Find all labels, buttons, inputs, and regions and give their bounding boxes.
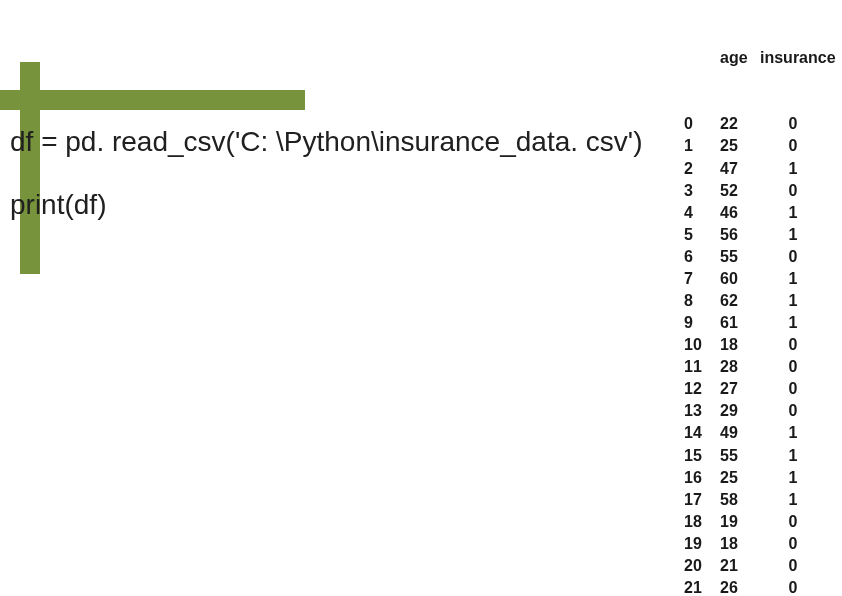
table-row: 7601 [684, 268, 830, 290]
cell-index: 2 [684, 158, 720, 180]
cell-insurance: 0 [758, 356, 828, 378]
cell-insurance: 0 [758, 511, 828, 533]
table-row: 19180 [684, 533, 830, 555]
table-row: 11280 [684, 356, 830, 378]
cell-age: 52 [720, 180, 758, 202]
table-row: 17581 [684, 489, 830, 511]
cell-index: 5 [684, 224, 720, 246]
cell-insurance: 0 [758, 555, 828, 577]
cell-insurance: 1 [758, 489, 828, 511]
cell-age: 56 [720, 224, 758, 246]
code-line-1: df = pd. read_csv('C: \Python\insurance_… [10, 120, 642, 165]
table-row: 5561 [684, 224, 830, 246]
cell-index: 21 [684, 577, 720, 596]
table-row: 10180 [684, 334, 830, 356]
cell-index: 6 [684, 246, 720, 268]
cell-index: 17 [684, 489, 720, 511]
cell-index: 0 [684, 113, 720, 135]
table-row: 18190 [684, 511, 830, 533]
table-row: 2471 [684, 158, 830, 180]
cell-insurance: 0 [758, 533, 828, 555]
cell-age: 25 [720, 467, 758, 489]
cell-insurance: 0 [758, 334, 828, 356]
cell-age: 25 [720, 135, 758, 157]
cell-insurance: 1 [758, 290, 828, 312]
decoration-horizontal-bar [0, 90, 305, 110]
cell-age: 61 [720, 312, 758, 334]
cell-insurance: 1 [758, 202, 828, 224]
cell-index: 19 [684, 533, 720, 555]
cell-index: 16 [684, 467, 720, 489]
cell-age: 58 [720, 489, 758, 511]
cell-index: 3 [684, 180, 720, 202]
cell-age: 62 [720, 290, 758, 312]
cell-index: 1 [684, 135, 720, 157]
cell-age: 28 [720, 356, 758, 378]
cell-insurance: 0 [758, 135, 828, 157]
table-row: 1250 [684, 135, 830, 157]
cell-index: 13 [684, 400, 720, 422]
cell-insurance: 1 [758, 445, 828, 467]
cell-index: 8 [684, 290, 720, 312]
cell-age: 22 [720, 113, 758, 135]
cell-insurance: 0 [758, 113, 828, 135]
cell-index: 20 [684, 555, 720, 577]
header-age: age [720, 47, 758, 69]
dataframe-output: age insurance 02201250247135204461556165… [684, 3, 830, 596]
cell-insurance: 0 [758, 400, 828, 422]
cell-insurance: 0 [758, 180, 828, 202]
cell-age: 55 [720, 445, 758, 467]
cell-age: 19 [720, 511, 758, 533]
table-row: 21260 [684, 577, 830, 596]
cell-index: 9 [684, 312, 720, 334]
cell-age: 60 [720, 268, 758, 290]
cell-age: 55 [720, 246, 758, 268]
table-row: 16251 [684, 467, 830, 489]
header-index [684, 47, 720, 69]
table-row: 13290 [684, 400, 830, 422]
header-insurance: insurance [758, 47, 830, 69]
table-row: 4461 [684, 202, 830, 224]
cell-index: 7 [684, 268, 720, 290]
table-row: 0220 [684, 113, 830, 135]
code-line-2: print(df) [10, 183, 642, 228]
cell-index: 10 [684, 334, 720, 356]
cell-index: 15 [684, 445, 720, 467]
cell-age: 26 [720, 577, 758, 596]
cell-age: 29 [720, 400, 758, 422]
table-row: 12270 [684, 378, 830, 400]
cell-age: 46 [720, 202, 758, 224]
cell-insurance: 1 [758, 224, 828, 246]
cell-index: 14 [684, 422, 720, 444]
table-row: 9611 [684, 312, 830, 334]
cell-insurance: 1 [758, 312, 828, 334]
table-row: 8621 [684, 290, 830, 312]
cell-index: 4 [684, 202, 720, 224]
cell-insurance: 1 [758, 268, 828, 290]
table-header: age insurance [684, 47, 830, 69]
cell-insurance: 0 [758, 577, 828, 596]
code-block: df = pd. read_csv('C: \Python\insurance_… [10, 120, 642, 228]
table-row: 20210 [684, 555, 830, 577]
cell-age: 18 [720, 334, 758, 356]
cell-insurance: 0 [758, 246, 828, 268]
cell-age: 18 [720, 533, 758, 555]
table-row: 6550 [684, 246, 830, 268]
cell-insurance: 1 [758, 422, 828, 444]
cell-insurance: 0 [758, 378, 828, 400]
cell-index: 18 [684, 511, 720, 533]
table-row: 14491 [684, 422, 830, 444]
cell-age: 27 [720, 378, 758, 400]
table-row: 15551 [684, 445, 830, 467]
cell-age: 21 [720, 555, 758, 577]
cell-age: 49 [720, 422, 758, 444]
cell-age: 47 [720, 158, 758, 180]
cell-insurance: 1 [758, 467, 828, 489]
table-row: 3520 [684, 180, 830, 202]
cell-index: 12 [684, 378, 720, 400]
cell-index: 11 [684, 356, 720, 378]
cell-insurance: 1 [758, 158, 828, 180]
